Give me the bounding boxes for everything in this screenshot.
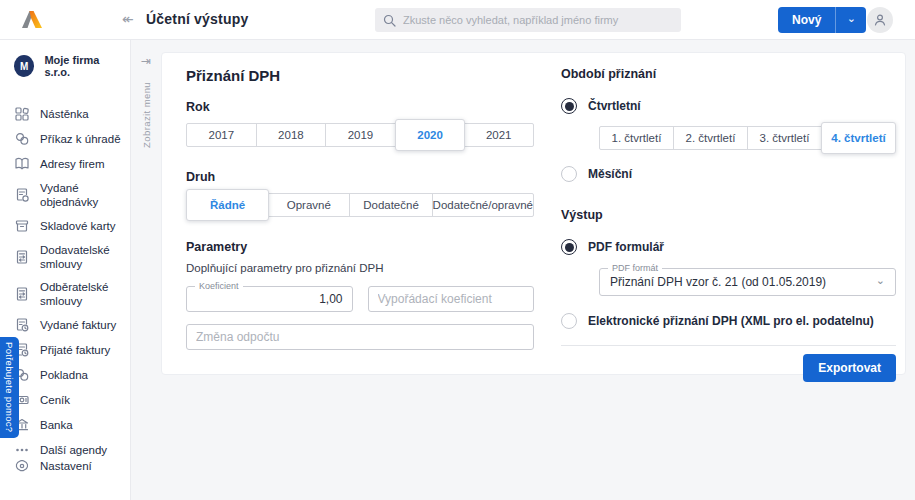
help-tab-label: Potřebujete pomoc? [4, 342, 15, 432]
company-avatar: M [14, 55, 34, 77]
pdf-format-select[interactable]: PDF formát Přiznání DPH vzor č. 21 (od 0… [599, 268, 896, 296]
new-split-button[interactable]: Nový ⌄ [778, 7, 866, 33]
export-button[interactable]: Exportovat [803, 354, 896, 382]
quarter-tab-3[interactable]: 3. čtvrtletí [748, 127, 822, 149]
koeficient-field: Koeficient [186, 286, 353, 312]
quarter-tab-1[interactable]: 1. čtvrtletí [600, 127, 674, 149]
gear-icon [14, 458, 30, 474]
sidebar-item-dalsi-agendy[interactable]: Další agendy [14, 442, 122, 458]
monthly-radio-label: Měsíční [588, 167, 632, 181]
vyporadaci-input[interactable] [369, 287, 534, 311]
sidebar-menu: Nástěnka Příkaz k úhradě Adresy firem Vy… [14, 106, 122, 458]
year-tab-2018[interactable]: 2018 [257, 124, 327, 146]
sidebar-item-vydane-objednavky[interactable]: Vydané objednávky [14, 181, 122, 209]
type-tab-dodatecne[interactable]: Dodatečné [350, 194, 432, 216]
sidebar-item-label: Skladové karty [40, 219, 115, 233]
sidebar-item-label: Vydané objednávky [40, 181, 122, 209]
sidebar-item-nastenka[interactable]: Nástěnka [14, 106, 122, 122]
dashboard-icon [14, 106, 30, 122]
sidebar-item-label: Přijaté faktury [40, 343, 110, 357]
sidebar-item-label: Nastavení [40, 459, 92, 473]
app-logo-icon[interactable] [20, 9, 44, 31]
year-tab-2019[interactable]: 2019 [326, 124, 396, 146]
company-name: Moje firma s.r.o. [44, 54, 122, 78]
user-menu-button[interactable] [867, 7, 893, 33]
user-icon [873, 13, 887, 27]
sidebar-item-label: Banka [40, 418, 73, 432]
sidebar-item-banka[interactable]: Banka [14, 417, 122, 433]
sidebar-item-odberatelske-smlouvy[interactable]: Odběratelské smlouvy [14, 280, 122, 308]
year-tab-2017[interactable]: 2017 [187, 124, 257, 146]
supplier-contracts-icon [14, 249, 30, 265]
form-left-column: Přiznání DPH Rok 2017 2018 2019 2020 202… [186, 67, 534, 350]
sidebar-item-label: Adresy firem [40, 157, 105, 171]
issued-invoices-icon [14, 317, 30, 333]
quarterly-radio-row[interactable]: Čtvrtletní [561, 98, 896, 114]
type-tab-opravne[interactable]: Opravné [268, 194, 350, 216]
xml-radio-label: Elektronické přiznání DPH (XML pro el. p… [588, 314, 874, 328]
sidebar-item-prikaz-k-uhrade[interactable]: Příkaz k úhradě [14, 131, 122, 147]
quarter-tabs: 1. čtvrtletí 2. čtvrtletí 3. čtvrtletí 4… [599, 126, 896, 150]
search-icon [383, 14, 396, 27]
output-section-label: Výstup [561, 208, 896, 222]
expand-menu-icon[interactable]: ⇥ [141, 54, 151, 68]
search-input[interactable] [403, 14, 673, 26]
sidebar-item-vydane-faktury[interactable]: Vydané faktury [14, 317, 122, 333]
parameters-section-label: Parametry [186, 240, 534, 254]
sidebar-item-skladove-karty[interactable]: Skladové karty [14, 218, 122, 234]
sidebar-item-adresy-firem[interactable]: Adresy firem [14, 156, 122, 172]
sidebar-item-label: Vydané faktury [40, 318, 116, 332]
sidebar-item-label: Ceník [40, 393, 70, 407]
type-tab-dodatecne-opravne[interactable]: Dodatečné/opravné [433, 194, 533, 216]
page-title: Účetní výstupy [146, 11, 248, 27]
chevron-down-icon: ⌄ [876, 274, 885, 291]
zmena-input[interactable] [187, 325, 533, 349]
company-switcher[interactable]: M Moje firma s.r.o. [14, 54, 122, 78]
issued-orders-icon [14, 187, 30, 203]
parameters-subtitle: Doplňující parametry pro přiznání DPH [186, 262, 534, 274]
sidebar-item-label: Odběratelské smlouvy [40, 280, 122, 308]
sidebar-item-prijate-faktury[interactable]: Přijaté faktury [14, 342, 122, 358]
monthly-radio[interactable] [561, 166, 577, 182]
quarter-tab-2[interactable]: 2. čtvrtletí [674, 127, 748, 149]
show-menu-label[interactable]: Zobrazit menu [141, 82, 152, 148]
top-bar: ↞ Účetní výstupy Nový ⌄ [0, 0, 915, 40]
form-right-column: Období přiznání Čtvrtletní 1. čtvrtletí … [561, 67, 896, 382]
year-tab-2021[interactable]: 2021 [464, 124, 533, 146]
sidebar-item-dodavatelske-smlouvy[interactable]: Dodavatelské smlouvy [14, 243, 122, 271]
zmena-field [186, 324, 534, 350]
pdf-format-value: Přiznání DPH vzor č. 21 (od 01.05.2019) [610, 275, 826, 289]
pdf-format-label: PDF formát [608, 263, 662, 273]
xml-radio-row[interactable]: Elektronické přiznání DPH (XML pro el. p… [561, 313, 896, 329]
global-search[interactable] [375, 8, 681, 32]
year-tab-2020[interactable]: 2020 [395, 119, 466, 151]
card-title: Přiznání DPH [186, 67, 534, 84]
quarterly-radio-label: Čtvrtletní [588, 99, 641, 113]
quarterly-radio[interactable] [561, 98, 577, 114]
pdf-radio-row[interactable]: PDF formulář [561, 239, 896, 255]
sidebar-item-pokladna[interactable]: Pokladna [14, 367, 122, 383]
year-section-label: Rok [186, 100, 534, 114]
back-arrow-icon[interactable]: ↞ [122, 11, 134, 27]
sidebar-item-label: Dodavatelské smlouvy [40, 243, 122, 271]
sidebar: M Moje firma s.r.o. Nástěnka Příkaz k úh… [0, 40, 131, 500]
sidebar-item-cenik[interactable]: Ceník [14, 392, 122, 408]
chevron-down-icon[interactable]: ⌄ [836, 7, 866, 33]
customer-contracts-icon [14, 286, 30, 302]
new-button-label[interactable]: Nový [778, 7, 835, 33]
year-tabs: 2017 2018 2019 2020 2021 [186, 123, 534, 147]
pdf-radio[interactable] [561, 239, 577, 255]
pdf-radio-label: PDF formulář [588, 240, 664, 254]
type-tab-radne[interactable]: Řádné [186, 189, 269, 221]
sidebar-item-label: Pokladna [40, 368, 88, 382]
sidebar-item-label: Další agendy [40, 443, 107, 457]
quarter-tab-4[interactable]: 4. čtvrtletí [821, 122, 896, 154]
monthly-radio-row[interactable]: Měsíční [561, 166, 896, 182]
vyporadaci-field [368, 286, 535, 312]
help-tab[interactable]: Potřebujete pomoc? [0, 337, 19, 438]
type-section-label: Druh [186, 170, 534, 184]
menu-collapse-strip: ⇥ Zobrazit menu [131, 40, 161, 500]
xml-radio[interactable] [561, 313, 577, 329]
other-agendas-icon [14, 442, 30, 458]
sidebar-item-nastaveni[interactable]: Nastavení [14, 458, 122, 474]
